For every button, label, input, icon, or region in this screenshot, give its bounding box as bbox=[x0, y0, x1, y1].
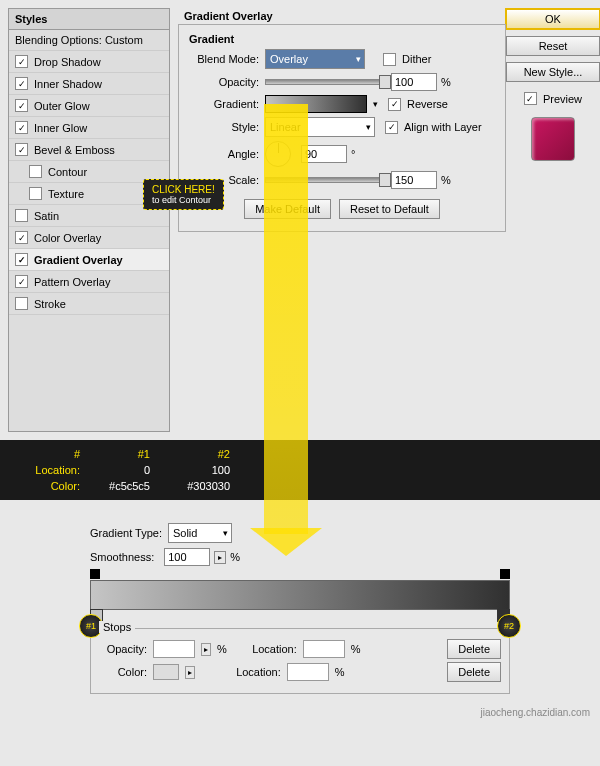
gradient-ramp[interactable] bbox=[90, 580, 510, 610]
scale-slider[interactable] bbox=[265, 177, 387, 183]
dither-label: Dither bbox=[402, 53, 431, 65]
style-label: Outer Glow bbox=[34, 100, 90, 112]
align-label: Align with Layer bbox=[404, 121, 482, 133]
style-label: Pattern Overlay bbox=[34, 276, 110, 288]
opacity-slider[interactable] bbox=[265, 79, 387, 85]
make-default-button[interactable]: Make Default bbox=[244, 199, 331, 219]
style-checkbox[interactable] bbox=[29, 165, 42, 178]
styles-header: Styles bbox=[9, 9, 169, 30]
scale-input[interactable]: 150 bbox=[391, 171, 437, 189]
reverse-label: Reverse bbox=[407, 98, 448, 110]
style-checkbox[interactable] bbox=[15, 99, 28, 112]
main-panel: Gradient Overlay Gradient Blend Mode: Ov… bbox=[170, 8, 514, 432]
reverse-checkbox[interactable] bbox=[388, 98, 401, 111]
gradient-label: Gradient: bbox=[189, 98, 259, 110]
delete-opacity-stop[interactable]: Delete bbox=[447, 639, 501, 659]
style-label: Inner Shadow bbox=[34, 78, 102, 90]
stop-color-swatch[interactable] bbox=[153, 664, 179, 680]
angle-dial[interactable] bbox=[265, 141, 291, 167]
style-checkbox[interactable] bbox=[15, 209, 28, 222]
style-label: Drop Shadow bbox=[34, 56, 101, 68]
opacity-input[interactable]: 100 bbox=[391, 73, 437, 91]
style-label: Satin bbox=[34, 210, 59, 222]
smoothness-label: Smoothness: bbox=[90, 551, 154, 563]
right-button-panel: OK Reset New Style... Preview bbox=[514, 8, 592, 432]
style-item-inner-glow[interactable]: Inner Glow bbox=[9, 117, 169, 139]
gradient-subtitle: Gradient bbox=[189, 33, 495, 45]
style-item-gradient-overlay[interactable]: Gradient Overlay bbox=[9, 249, 169, 271]
blendmode-dropdown[interactable]: Overlay bbox=[265, 49, 365, 69]
style-item-bevel-emboss[interactable]: Bevel & Emboss bbox=[9, 139, 169, 161]
stop-opacity-location[interactable] bbox=[303, 640, 345, 658]
gradient-editor: Gradient Type: Solid Smoothness: 100 ▸ %… bbox=[0, 500, 600, 724]
style-item-stroke[interactable]: Stroke bbox=[9, 293, 169, 315]
watermark: jiaocheng.chazidian.com bbox=[480, 707, 590, 718]
smoothness-input[interactable]: 100 bbox=[164, 548, 210, 566]
style-item-drop-shadow[interactable]: Drop Shadow bbox=[9, 51, 169, 73]
delete-color-stop[interactable]: Delete bbox=[447, 662, 501, 682]
opacity-label: Opacity: bbox=[189, 76, 259, 88]
style-checkbox[interactable] bbox=[15, 297, 28, 310]
new-style-button[interactable]: New Style... bbox=[506, 62, 600, 82]
stop-loc-label: Location: bbox=[243, 643, 297, 655]
stops-legend: Stops bbox=[99, 621, 135, 633]
stop-opacity-label: Opacity: bbox=[99, 643, 147, 655]
opacity-stop-left[interactable] bbox=[90, 569, 100, 579]
stop-color-location[interactable] bbox=[287, 663, 329, 681]
align-checkbox[interactable] bbox=[385, 121, 398, 134]
gradient-type-label: Gradient Type: bbox=[90, 527, 162, 539]
style-checkbox[interactable] bbox=[15, 77, 28, 90]
preview-swatch bbox=[531, 117, 575, 161]
style-label: Inner Glow bbox=[34, 122, 87, 134]
opacity-stop-right[interactable] bbox=[500, 569, 510, 579]
stop-color-label: Color: bbox=[99, 666, 147, 678]
style-checkbox[interactable] bbox=[15, 275, 28, 288]
style-checkbox[interactable] bbox=[29, 187, 42, 200]
styles-panel: Styles Blending Options: Custom Drop Sha… bbox=[8, 8, 170, 432]
style-label: Gradient Overlay bbox=[34, 254, 123, 266]
stops-data-table: ##1#2 Location:0100 Color:#c5c5c5#303030 bbox=[0, 440, 600, 500]
gradient-picker[interactable] bbox=[265, 95, 367, 113]
style-checkbox[interactable] bbox=[15, 231, 28, 244]
layer-style-dialog: Styles Blending Options: Custom Drop Sha… bbox=[0, 0, 600, 440]
angle-input[interactable]: 90 bbox=[301, 145, 347, 163]
reset-button[interactable]: Reset bbox=[506, 36, 600, 56]
style-label: Color Overlay bbox=[34, 232, 101, 244]
style-label: Style: bbox=[189, 121, 259, 133]
smoothness-flyout[interactable]: ▸ bbox=[214, 551, 226, 564]
style-dropdown[interactable]: Linear bbox=[265, 117, 375, 137]
style-label: Contour bbox=[48, 166, 87, 178]
section-title: Gradient Overlay bbox=[184, 10, 506, 22]
stops-fieldset: Stops Opacity: ▸% Location: % Delete Col… bbox=[90, 628, 510, 694]
dither-checkbox[interactable] bbox=[383, 53, 396, 66]
stop-color-flyout[interactable]: ▸ bbox=[185, 666, 195, 679]
angle-label: Angle: bbox=[189, 148, 259, 160]
reset-default-button[interactable]: Reset to Default bbox=[339, 199, 440, 219]
style-item-pattern-overlay[interactable]: Pattern Overlay bbox=[9, 271, 169, 293]
style-label: Stroke bbox=[34, 298, 66, 310]
gradient-settings: Gradient Blend Mode: Overlay Dither Opac… bbox=[178, 24, 506, 232]
ok-button[interactable]: OK bbox=[505, 8, 600, 30]
style-label: Bevel & Emboss bbox=[34, 144, 115, 156]
style-label: Texture bbox=[48, 188, 84, 200]
click-here-tooltip: CLICK HERE! to edit Contour bbox=[143, 179, 224, 210]
style-item-outer-glow[interactable]: Outer Glow bbox=[9, 95, 169, 117]
preview-checkbox[interactable] bbox=[524, 92, 537, 105]
blendmode-label: Blend Mode: bbox=[189, 53, 259, 65]
style-checkbox[interactable] bbox=[15, 253, 28, 266]
style-item-color-overlay[interactable]: Color Overlay bbox=[9, 227, 169, 249]
stop-opacity-input[interactable] bbox=[153, 640, 195, 658]
blending-options[interactable]: Blending Options: Custom bbox=[9, 30, 169, 51]
stop-opacity-flyout[interactable]: ▸ bbox=[201, 643, 211, 656]
style-item-inner-shadow[interactable]: Inner Shadow bbox=[9, 73, 169, 95]
badge-2: #2 bbox=[497, 614, 521, 638]
style-checkbox[interactable] bbox=[15, 121, 28, 134]
gradient-type-dropdown[interactable]: Solid bbox=[168, 523, 232, 543]
preview-label: Preview bbox=[543, 93, 582, 105]
style-checkbox[interactable] bbox=[15, 143, 28, 156]
style-checkbox[interactable] bbox=[15, 55, 28, 68]
